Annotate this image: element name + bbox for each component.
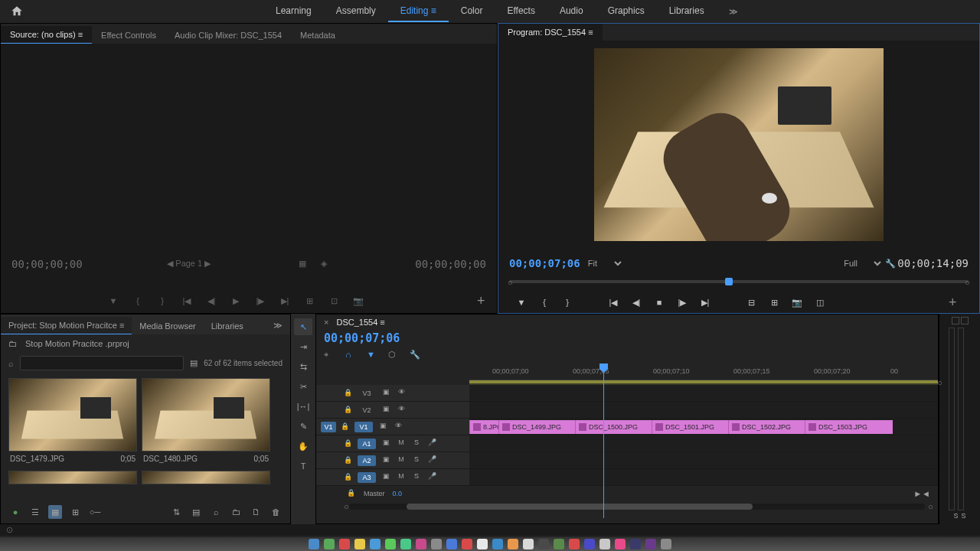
project-search-input[interactable] [20,356,184,370]
track-label[interactable]: V2 [358,405,376,416]
list-view-icon[interactable]: ☰ [28,505,42,519]
source-step-fwd-icon[interactable]: |▶ [253,294,267,308]
workspace-color[interactable]: Color [449,1,495,22]
dock-app[interactable] [599,539,610,549]
workspace-assembly[interactable]: Assembly [324,1,388,22]
find-icon[interactable]: ⌕ [209,505,223,519]
toggle-output-icon[interactable]: ▣ [381,455,391,466]
track-label[interactable]: V3 [358,388,376,399]
dock-app[interactable] [569,539,580,549]
dock-app[interactable] [324,539,335,549]
mute-button[interactable]: M [396,472,407,483]
lock-icon[interactable]: 🔒 [344,439,353,448]
lock-icon[interactable]: 🔒 [344,389,353,398]
source-add-button[interactable]: + [477,293,492,308]
workspace-libraries[interactable]: Libraries [657,1,717,22]
dock-app[interactable] [462,539,472,549]
source-mark-in-icon[interactable]: ▼ [106,294,120,308]
pen-tool[interactable]: ✎ [294,418,312,435]
timeline-clip[interactable]: 8.JPG [469,420,498,434]
program-zoom-dropdown[interactable]: Fit [580,256,624,270]
timeline-clip[interactable]: DSC_1499.JPG [498,420,575,434]
tab-project[interactable]: Project: Stop Motion Pracitce ≡ [1,317,132,334]
workspace-audio[interactable]: Audio [547,1,596,22]
track-label[interactable]: V1 [354,422,373,432]
program-add-button[interactable]: + [949,295,964,310]
toggle-output-icon[interactable]: ▣ [377,422,388,432]
lock-icon[interactable]: 🔒 [347,489,356,498]
goto-in-icon[interactable]: |◀ [606,295,621,310]
out-point-icon[interactable]: } [560,295,575,310]
dock-app[interactable] [615,539,626,549]
sort-icon[interactable]: ⇅ [169,505,183,519]
tab-effect-controls[interactable]: Effect Controls [92,27,165,44]
track-label[interactable]: A1 [358,439,376,449]
source-step-back-icon[interactable]: ◀| [204,294,218,308]
timeline-ruler[interactable]: 00;00;07;00 00;00;07;05 00;00;07;10 00;0… [469,365,938,380]
workspace-graphics[interactable]: Graphics [596,1,657,22]
workspace-learning[interactable]: Learning [263,1,324,22]
dock-app[interactable] [584,539,595,549]
toggle-output-icon[interactable]: ▣ [381,439,391,449]
track-content[interactable] [469,402,938,418]
dock-app[interactable] [309,539,319,549]
delete-icon[interactable]: 🗑 [269,505,283,519]
tab-source[interactable]: Source: (no clips) ≡ [1,26,92,44]
program-settings-icon[interactable]: 🔧 [884,259,897,269]
project-item[interactable] [8,471,137,484]
in-point-icon[interactable]: { [537,295,552,310]
program-timecode-current[interactable]: 00;00;07;06 [509,257,580,269]
toggle-output-icon[interactable]: ▣ [381,472,391,483]
source-overwrite-icon[interactable]: ⊡ [327,294,341,308]
mute-button[interactable]: M [396,455,407,466]
program-quality-dropdown[interactable]: Full [836,256,884,270]
dock-app[interactable] [492,539,503,549]
lock-icon[interactable]: 🔒 [341,422,350,432]
tab-audio-mixer[interactable]: Audio Clip Mixer: DSC_1554 [165,27,291,44]
ripple-edit-tool[interactable]: ⇆ [294,358,312,375]
hand-tool[interactable]: ✋ [294,438,312,455]
timeline-playhead[interactable] [603,365,604,518]
zoom-slider-icon[interactable]: ○─ [88,505,102,519]
dock-app[interactable] [538,539,549,549]
track-content[interactable] [469,385,938,401]
extract-icon[interactable]: ⊞ [766,295,782,310]
timeline-clip[interactable]: DSC_1501.JPG [652,420,728,434]
source-marker-icon[interactable]: ◈ [317,257,331,271]
tab-media-browser[interactable]: Media Browser [132,318,203,334]
solo-button[interactable]: S [411,455,422,466]
dock-app[interactable] [645,539,656,549]
filter-icon[interactable]: ▤ [190,358,198,368]
project-overflow-button[interactable]: ≫ [266,317,290,334]
timeline-timecode[interactable]: 00;00;07;06 [324,331,400,345]
goto-out-icon[interactable]: ▶| [697,295,713,310]
toggle-output-icon[interactable]: ▣ [381,405,391,416]
source-insert-icon[interactable]: ⊞ [302,294,316,308]
source-timecode-left[interactable]: 00;00;00;00 [11,258,83,270]
loop-icon[interactable]: ►◄ [913,489,930,498]
dock-app[interactable] [354,539,365,549]
dock-app[interactable] [339,539,350,549]
project-item[interactable] [142,471,270,484]
voice-record-icon[interactable]: 🎤 [426,472,437,483]
dock-app[interactable] [431,539,442,549]
lock-icon[interactable]: 🔒 [344,406,353,415]
dock-app[interactable] [477,539,488,549]
dock-app[interactable] [523,539,534,549]
marker-add-icon[interactable]: ▼ [367,350,379,362]
snap-icon[interactable]: ⌖ [324,350,336,362]
program-monitor[interactable] [498,41,979,249]
source-patch[interactable]: V1 [321,422,336,432]
new-item-icon[interactable]: 🗋 [249,505,263,519]
tab-program[interactable]: Program: DSC_1554 ≡ [498,24,603,41]
slip-tool[interactable]: |↔| [294,398,312,415]
step-forward-icon[interactable]: |▶ [675,295,690,310]
track-content[interactable] [469,452,938,468]
meter-peak-right[interactable] [961,317,969,324]
dock-app[interactable] [416,539,426,549]
toggle-sync-icon[interactable]: 👁 [393,422,403,432]
program-playhead-handle[interactable] [725,278,733,285]
tab-libraries-panel[interactable]: Libraries [204,318,251,334]
timeline-clip[interactable]: DSC_1502.JPG [728,420,805,434]
dock-app[interactable] [508,539,518,549]
